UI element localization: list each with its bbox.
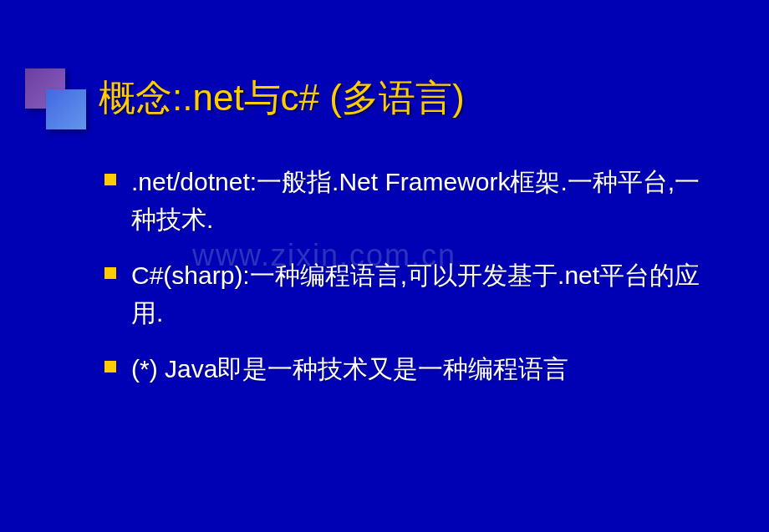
- bullet-text: (*) Java即是一种技术又是一种编程语言: [131, 350, 568, 388]
- bullet-square-icon: [104, 267, 116, 279]
- list-item: .net/dotnet:一般指.Net Framework框架.一种平台,一种技…: [104, 163, 723, 238]
- bullet-list: .net/dotnet:一般指.Net Framework框架.一种平台,一种技…: [104, 163, 723, 406]
- deco-square-blue: [46, 89, 86, 129]
- bullet-square-icon: [104, 174, 116, 185]
- title-decoration: [25, 68, 88, 131]
- bullet-square-icon: [104, 361, 116, 372]
- slide-title: 概念:.net与c# (多语言): [99, 73, 465, 123]
- bullet-text: C#(sharp):一种编程语言,可以开发基于.net平台的应用.: [131, 256, 723, 332]
- list-item: C#(sharp):一种编程语言,可以开发基于.net平台的应用.: [104, 256, 723, 332]
- list-item: (*) Java即是一种技术又是一种编程语言: [104, 350, 723, 388]
- bullet-text: .net/dotnet:一般指.Net Framework框架.一种平台,一种技…: [131, 163, 723, 238]
